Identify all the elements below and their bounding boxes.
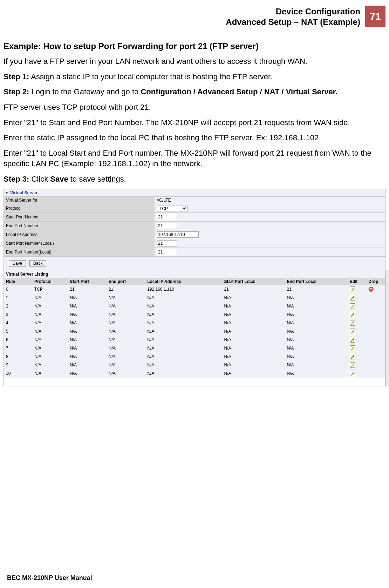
edit-icon[interactable] bbox=[350, 337, 355, 343]
col-end-local: End Port Local bbox=[285, 278, 348, 285]
table-row: 8N/AN/AN/AN/AN/AN/A bbox=[4, 352, 385, 361]
save-button[interactable]: Save bbox=[9, 260, 26, 266]
col-local-ip: Local IP Address bbox=[145, 278, 222, 285]
static-ip-paragraph: Enter the static IP assigned to the loca… bbox=[4, 133, 385, 143]
edit-icon[interactable] bbox=[350, 295, 355, 300]
table-cell: N/A bbox=[32, 293, 68, 302]
edit-icon[interactable] bbox=[350, 286, 355, 292]
end-port-input[interactable] bbox=[157, 223, 177, 229]
drop-icon[interactable] bbox=[368, 286, 374, 292]
table-cell: N/A bbox=[32, 361, 68, 369]
table-cell: N/A bbox=[222, 302, 285, 310]
label-protocol: Protocol bbox=[4, 204, 155, 212]
table-cell: 21 bbox=[285, 285, 348, 293]
table-cell: N/A bbox=[222, 369, 285, 378]
table-cell: N/A bbox=[107, 361, 145, 369]
table-cell: N/A bbox=[145, 310, 222, 319]
edit-icon[interactable] bbox=[350, 362, 355, 368]
table-cell: N/A bbox=[32, 302, 68, 310]
edit-cell bbox=[348, 336, 367, 344]
label-virtual-server-for: Virtual Server for bbox=[4, 197, 155, 204]
instruction-body: Example: How to setup Port Forwarding fo… bbox=[4, 41, 385, 184]
table-cell: N/A bbox=[32, 369, 68, 378]
edit-icon[interactable] bbox=[350, 329, 355, 334]
table-cell: 10 bbox=[4, 369, 32, 378]
drop-cell bbox=[366, 285, 385, 293]
row-end-port-local: End Port Number(Local) bbox=[4, 248, 385, 257]
table-cell: 21 bbox=[68, 285, 107, 293]
table-cell: N/A bbox=[285, 344, 348, 352]
edit-icon[interactable] bbox=[350, 312, 355, 317]
listing-title: Virtual Server Listing bbox=[4, 270, 385, 278]
label-local-ip: Local IP Address bbox=[4, 230, 155, 239]
col-start-port: Start Port bbox=[68, 278, 107, 285]
row-start-port: Start Port Number bbox=[4, 213, 385, 222]
page-number-badge: 71 bbox=[365, 6, 385, 27]
edit-icon[interactable] bbox=[350, 320, 355, 326]
table-cell: N/A bbox=[222, 336, 285, 344]
table-cell: 2 bbox=[4, 302, 32, 310]
table-cell: 8 bbox=[4, 352, 32, 361]
edit-icon[interactable] bbox=[350, 371, 355, 376]
back-button[interactable]: Back bbox=[29, 260, 47, 266]
start-port-input[interactable] bbox=[157, 214, 177, 220]
table-cell: N/A bbox=[32, 336, 68, 344]
table-row: 9N/AN/AN/AN/AN/AN/A bbox=[4, 361, 385, 369]
table-cell: 6 bbox=[4, 336, 32, 344]
drop-cell bbox=[366, 361, 385, 369]
step-1: Step 1: Assign a static IP to your local… bbox=[4, 72, 385, 82]
table-cell: N/A bbox=[107, 310, 145, 319]
table-cell: N/A bbox=[68, 369, 107, 378]
table-cell: N/A bbox=[68, 361, 107, 369]
table-cell: N/A bbox=[285, 369, 348, 378]
table-row: 6N/AN/AN/AN/AN/AN/A bbox=[4, 336, 385, 344]
table-row: 1N/AN/AN/AN/AN/AN/A bbox=[4, 293, 385, 302]
edit-icon[interactable] bbox=[350, 303, 355, 309]
col-drop: Drop bbox=[366, 278, 385, 285]
table-cell: N/A bbox=[145, 361, 222, 369]
collapse-icon[interactable] bbox=[5, 192, 8, 194]
table-cell: N/A bbox=[285, 336, 348, 344]
header-title-line1: Device Configuration bbox=[226, 6, 360, 17]
table-cell: N/A bbox=[285, 352, 348, 361]
table-cell: N/A bbox=[107, 327, 145, 336]
table-cell: N/A bbox=[107, 319, 145, 327]
table-cell: N/A bbox=[145, 327, 222, 336]
virtual-server-panel: Virtual Server Virtual Server for 4G/LTE… bbox=[4, 189, 385, 386]
table-row: 3N/AN/AN/AN/AN/AN/A bbox=[4, 310, 385, 319]
table-cell: N/A bbox=[107, 344, 145, 352]
table-cell: N/A bbox=[285, 302, 348, 310]
edit-cell bbox=[348, 352, 367, 361]
table-cell: N/A bbox=[222, 319, 285, 327]
scrollbar[interactable]: ˄ ˅ bbox=[385, 270, 389, 386]
table-cell: N/A bbox=[145, 293, 222, 302]
protocol-select[interactable]: TCP bbox=[157, 205, 187, 211]
table-row: 2N/AN/AN/AN/AN/AN/A bbox=[4, 302, 385, 310]
table-cell: N/A bbox=[222, 361, 285, 369]
table-cell: N/A bbox=[285, 293, 348, 302]
edit-cell bbox=[348, 310, 367, 319]
table-cell: 4 bbox=[4, 319, 32, 327]
table-cell: N/A bbox=[222, 344, 285, 352]
end-port-local-input[interactable] bbox=[157, 249, 177, 255]
start-port-local-input[interactable] bbox=[157, 240, 177, 246]
table-cell: N/A bbox=[107, 369, 145, 378]
table-cell: N/A bbox=[107, 293, 145, 302]
ports-paragraph: Enter "21" to Start and End Port Number.… bbox=[4, 117, 385, 128]
edit-cell bbox=[348, 285, 367, 293]
edit-icon[interactable] bbox=[350, 345, 355, 351]
local-ip-input[interactable] bbox=[157, 231, 199, 238]
local-ports-paragraph: Enter "21" to Local Start and End Port n… bbox=[4, 148, 385, 169]
edit-icon[interactable] bbox=[350, 354, 355, 359]
table-cell: N/A bbox=[222, 327, 285, 336]
drop-cell bbox=[366, 293, 385, 302]
table-cell: 21 bbox=[107, 285, 145, 293]
table-cell: N/A bbox=[32, 310, 68, 319]
row-start-port-local: Start Port Number (Local) bbox=[4, 239, 385, 248]
table-cell: N/A bbox=[285, 361, 348, 369]
label-start-port-local: Start Port Number (Local) bbox=[4, 239, 155, 248]
table-cell: N/A bbox=[222, 352, 285, 361]
step-2: Step 2: Login to the Gateway and go to C… bbox=[4, 87, 385, 97]
table-cell: N/A bbox=[222, 310, 285, 319]
table-cell: 5 bbox=[4, 327, 32, 336]
